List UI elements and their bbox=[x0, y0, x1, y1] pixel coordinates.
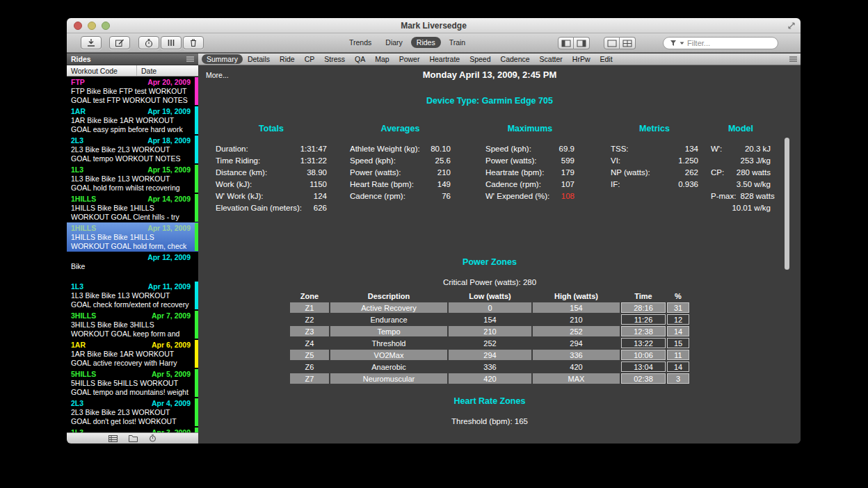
tab-map[interactable]: Map bbox=[370, 54, 394, 64]
chevron-down-icon bbox=[680, 42, 684, 45]
filter-placeholder: Filter... bbox=[687, 39, 710, 47]
fullscreen-icon[interactable] bbox=[787, 22, 796, 30]
ride-list-item[interactable]: 3HILLSApr 7, 2009 3HILLS Bike Bike 3HILL… bbox=[67, 310, 198, 339]
minimize-button[interactable] bbox=[88, 22, 96, 30]
w-expended-value: 108 bbox=[561, 190, 574, 202]
tiled-view-icon bbox=[622, 40, 632, 47]
tab-heartrate[interactable]: Heartrate bbox=[424, 54, 465, 64]
edit-icon bbox=[115, 38, 124, 47]
toggle-right-sidebar-button[interactable] bbox=[574, 37, 590, 49]
tab-power[interactable]: Power bbox=[394, 54, 425, 64]
ride-title: Monday April 13, 2009, 2:45 PM bbox=[198, 70, 781, 80]
tab-trends[interactable]: Trends bbox=[344, 37, 377, 48]
device-type: Device Type: Garmin Edge 705 bbox=[198, 96, 781, 106]
ride-list-item[interactable]: 2L3Apr 18, 2009 2L3 Bike Bike 2L3 WORKOU… bbox=[67, 135, 198, 164]
tab-hrpw[interactable]: HrPw bbox=[568, 54, 595, 64]
ride-list-item[interactable]: 1ARApr 6, 2009 1AR Bike Bike 1AR WORKOUT… bbox=[67, 339, 198, 368]
workout-code: 1AR bbox=[71, 107, 86, 116]
window-title: Mark Liversedge bbox=[67, 18, 801, 33]
workout-code: 1HILLS bbox=[71, 195, 96, 204]
chart-tabs: Summary Details Ride CP Stress QA Map Po… bbox=[198, 54, 801, 65]
workout-code: 1L3 bbox=[71, 282, 83, 291]
ride-date: Apr 14, 2009 bbox=[147, 195, 191, 204]
power-zone-row: Z1Active Recovery015428:1631 bbox=[290, 302, 689, 313]
ride-date: Apr 5, 2009 bbox=[152, 370, 191, 379]
ride-list-item[interactable]: 5HILLSApr 5, 2009 5HILLS Bike 5HILLS WOR… bbox=[67, 368, 198, 398]
section-title: Maximums bbox=[485, 124, 574, 133]
tab-ride[interactable]: Ride bbox=[275, 54, 300, 64]
power-zones-title: Power Zones bbox=[198, 257, 781, 267]
single-view-button[interactable] bbox=[604, 37, 620, 49]
stopwatch-icon bbox=[144, 38, 154, 48]
intervals-button[interactable] bbox=[161, 36, 182, 49]
delete-button[interactable] bbox=[183, 36, 204, 49]
column-header-date[interactable]: Date bbox=[137, 65, 156, 76]
tab-stress[interactable]: Stress bbox=[319, 54, 350, 64]
power-zone-row: Z2Endurance15421011:2612 bbox=[290, 314, 689, 325]
critical-power-line: Critical Power (watts): 280 bbox=[198, 278, 781, 286]
ride-list-item[interactable]: FTPApr 20, 2009 FTP Bike Bike FTP test W… bbox=[67, 76, 198, 106]
tab-diary[interactable]: Diary bbox=[380, 37, 408, 48]
chart-menu-icon[interactable] bbox=[789, 56, 797, 62]
power-zone-row: Z3Tempo21025212:3814 bbox=[290, 326, 689, 336]
section-title: Model bbox=[711, 124, 771, 133]
power-zones-table: Zone Description Low (watts) High (watts… bbox=[289, 289, 691, 385]
tab-train[interactable]: Train bbox=[444, 37, 472, 48]
zoom-button[interactable] bbox=[102, 22, 110, 30]
ride-list-item[interactable]: 1L3Apr 11, 2009 1L3 Bike Bike 1L3 WORKOU… bbox=[67, 281, 198, 310]
ride-date: Apr 7, 2009 bbox=[152, 311, 191, 320]
list-icon[interactable] bbox=[108, 435, 118, 442]
intervals-icon bbox=[166, 38, 176, 47]
filter-input[interactable]: Filter... bbox=[663, 37, 778, 49]
tab-details[interactable]: Details bbox=[243, 54, 275, 64]
stopwatch-icon[interactable] bbox=[149, 434, 156, 442]
ride-list: FTPApr 20, 2009 FTP Bike Bike FTP test W… bbox=[67, 76, 198, 432]
import-icon bbox=[86, 38, 96, 47]
tab-edit[interactable]: Edit bbox=[595, 54, 618, 64]
column-header-workout-code[interactable]: Workout Code bbox=[67, 65, 137, 76]
vertical-scrollbar[interactable] bbox=[785, 138, 789, 270]
tab-qa[interactable]: QA bbox=[350, 54, 370, 64]
power-zone-row: Z5VO2Max29433610:0611 bbox=[290, 350, 689, 360]
hr-threshold-line: Threshold (bpm): 165 bbox=[198, 417, 781, 425]
workout-code: 5HILLS bbox=[71, 370, 96, 379]
toggle-left-sidebar-button[interactable] bbox=[558, 37, 574, 49]
main-view: Summary Details Ride CP Stress QA Map Po… bbox=[198, 54, 801, 444]
layout-toggle-group bbox=[604, 37, 636, 49]
summary-panel: More... Monday April 13, 2009, 2:45 PM D… bbox=[198, 65, 801, 444]
tab-cadence[interactable]: Cadence bbox=[496, 54, 535, 64]
ride-date: Apr 6, 2009 bbox=[152, 341, 191, 350]
tab-summary[interactable]: Summary bbox=[202, 54, 243, 64]
tiled-view-button[interactable] bbox=[620, 37, 636, 49]
workout-code: 1L3 bbox=[71, 165, 83, 174]
ride-list-item[interactable]: 1HILLSApr 14, 2009 1HILLS Bike Bike 1HIL… bbox=[67, 193, 198, 222]
workout-code: 1L3 bbox=[71, 428, 83, 432]
tab-cp[interactable]: CP bbox=[300, 54, 320, 64]
ride-list-item[interactable]: 1L3Apr 3, 2009 bbox=[67, 427, 198, 432]
folder-icon[interactable] bbox=[129, 435, 138, 442]
ride-list-item[interactable]: 1L3Apr 15, 2009 1L3 Bike Bike 1L3 WORKOU… bbox=[67, 164, 198, 193]
ride-list-item[interactable]: 1ARApr 19, 2009 1AR Bike Bike 1AR WORKOU… bbox=[67, 106, 198, 135]
app-window: Mark Liversedge Trends Diary Rides Train bbox=[67, 18, 801, 444]
tab-speed[interactable]: Speed bbox=[465, 54, 495, 64]
stopwatch-button[interactable] bbox=[138, 36, 159, 49]
ride-date: Apr 19, 2009 bbox=[147, 107, 191, 116]
tab-scatter[interactable]: Scatter bbox=[535, 54, 568, 64]
tab-rides[interactable]: Rides bbox=[411, 37, 441, 48]
sidebar-toggle-group bbox=[558, 37, 590, 49]
import-button[interactable] bbox=[81, 36, 102, 49]
titlebar: Mark Liversedge bbox=[67, 18, 801, 33]
ride-list-item[interactable]: Apr 12, 2009 Bike bbox=[67, 252, 198, 281]
ride-list-item[interactable]: 2L3Apr 4, 2009 2L3 Bike Bike 2L3 WORKOUT… bbox=[67, 398, 198, 427]
close-button[interactable] bbox=[74, 22, 82, 30]
funnel-icon bbox=[670, 40, 677, 47]
sidebar-menu-icon[interactable] bbox=[186, 56, 194, 62]
section-title: Metrics bbox=[611, 124, 698, 133]
ride-date: Apr 13, 2009 bbox=[147, 224, 191, 233]
heart-rate-zones-title: Heart Rate Zones bbox=[198, 396, 781, 406]
power-zone-row: Z4Threshold25229413:2215 bbox=[290, 338, 689, 348]
edit-activity-button[interactable] bbox=[109, 36, 130, 49]
summary-column-maximums: Maximums Speed (kph):69.9 Power (watts):… bbox=[485, 124, 574, 202]
ride-list-item-selected[interactable]: 1HILLSApr 13, 2009 1HILLS Bike Bike 1HIL… bbox=[67, 222, 198, 252]
summary-column-averages: Averages Athlete Weight (kg):80.10 Speed… bbox=[350, 124, 451, 202]
